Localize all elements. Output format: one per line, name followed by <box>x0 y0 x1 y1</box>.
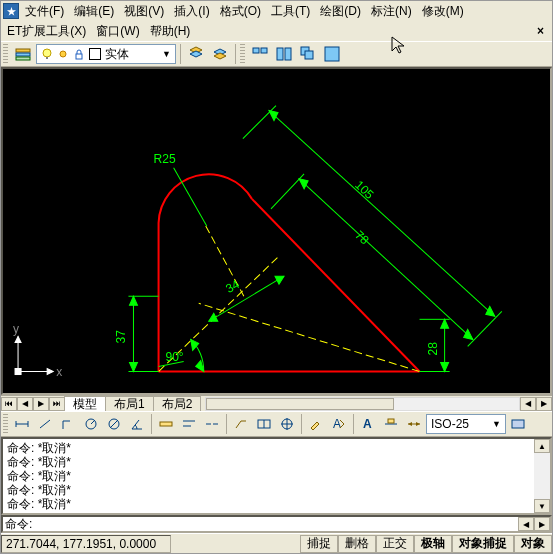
dim-r25: R25 <box>154 152 176 166</box>
svg-marker-32 <box>209 313 218 321</box>
menu-modify[interactable]: 修改(M) <box>418 1 468 22</box>
menu-format[interactable]: 格式(O) <box>216 1 265 22</box>
svg-text:A: A <box>333 417 341 431</box>
dim-diameter-button[interactable] <box>103 413 125 435</box>
status-grid[interactable]: 删格 <box>338 535 376 553</box>
dim-aligned-button[interactable] <box>34 413 56 435</box>
status-polar[interactable]: 极轴 <box>414 535 452 553</box>
svg-marker-26 <box>486 306 495 316</box>
status-coords[interactable]: 271.7044, 177.1951, 0.0000 <box>1 535 171 553</box>
dimstyle-button[interactable] <box>380 413 402 435</box>
center-mark-button[interactable] <box>276 413 298 435</box>
cascade-button[interactable] <box>297 43 319 65</box>
qleader-button[interactable] <box>230 413 252 435</box>
status-otrack[interactable]: 对象 <box>514 535 552 553</box>
drawing-canvas[interactable]: R25 105 78 34 37 28 <box>1 67 552 395</box>
menu-window[interactable]: 窗口(W) <box>92 21 143 42</box>
tab-next-button[interactable]: ▶ <box>33 397 49 411</box>
svg-line-24 <box>468 311 502 346</box>
svg-rect-73 <box>388 419 394 423</box>
doc-close-button[interactable]: × <box>531 24 550 38</box>
dim-37: 37 <box>114 330 128 344</box>
dim-ordinate-button[interactable] <box>57 413 79 435</box>
status-bar: 271.7044, 177.1951, 0.0000 捕捉 删格 正交 极轴 对… <box>1 533 552 553</box>
menu-view[interactable]: 视图(V) <box>120 1 168 22</box>
layer-states-button[interactable] <box>185 43 207 65</box>
command-input[interactable] <box>34 517 518 531</box>
dim-28: 28 <box>426 342 440 356</box>
dimtedit-button[interactable]: A <box>328 413 350 435</box>
app-icon: ★ <box>3 3 19 19</box>
dimedit-button[interactable] <box>305 413 327 435</box>
dim-34: 34 <box>223 277 242 296</box>
layer-manager-button[interactable] <box>12 43 34 65</box>
command-history[interactable]: 命令: *取消* 命令: *取消* 命令: *取消* 命令: *取消* 命令: … <box>3 439 534 513</box>
tab-layout1[interactable]: 布局1 <box>105 396 154 412</box>
svg-rect-2 <box>16 57 30 60</box>
dimension-toolbar: A A ISO-25 ▼ <box>1 411 552 437</box>
cmd-scroll-right-button[interactable]: ▶ <box>534 517 550 531</box>
layer-dropdown[interactable]: 实体 ▼ <box>36 44 176 64</box>
tile-horiz-button[interactable] <box>249 43 271 65</box>
menu-help[interactable]: 帮助(H) <box>146 21 195 42</box>
hscroll-right-button[interactable]: ▶ <box>536 397 552 411</box>
command-vscroll[interactable]: ▲ ▼ <box>534 439 550 513</box>
toolbar-grip[interactable] <box>240 44 245 64</box>
menu-et[interactable]: ET扩展工具(X) <box>3 21 90 42</box>
menu-file[interactable]: 文件(F) <box>21 1 68 22</box>
svg-rect-51 <box>15 369 21 375</box>
toolbar-grip[interactable] <box>3 44 8 64</box>
menu-draw[interactable]: 绘图(D) <box>316 1 365 22</box>
chevron-down-icon: ▼ <box>492 419 501 429</box>
menu-insert[interactable]: 插入(I) <box>170 1 213 22</box>
dim-angular-button[interactable] <box>126 413 148 435</box>
dim-baseline-button[interactable] <box>178 413 200 435</box>
tab-last-button[interactable]: ⏭ <box>49 397 65 411</box>
dim-90: 90° <box>165 350 183 364</box>
tab-first-button[interactable]: ⏮ <box>1 397 17 411</box>
svg-marker-50 <box>15 336 21 342</box>
axis-x-label: x <box>56 365 62 379</box>
dimstyle-dropdown[interactable]: ISO-25 ▼ <box>426 414 506 434</box>
svg-line-21 <box>174 168 207 226</box>
dim-override-button[interactable] <box>403 413 425 435</box>
layer-color-swatch <box>89 48 101 60</box>
tab-model[interactable]: 模型 <box>64 396 106 412</box>
status-ortho[interactable]: 正交 <box>376 535 414 553</box>
tile-vert-button[interactable] <box>273 43 295 65</box>
svg-marker-30 <box>464 329 473 339</box>
menu-tools[interactable]: 工具(T) <box>267 1 314 22</box>
menu-dim[interactable]: 标注(N) <box>367 1 416 22</box>
menubar: ★ 文件(F) 编辑(E) 视图(V) 插入(I) 格式(O) 工具(T) 绘图… <box>1 1 552 21</box>
svg-line-31 <box>209 276 284 321</box>
status-snap[interactable]: 捕捉 <box>300 535 338 553</box>
svg-marker-8 <box>190 51 202 57</box>
dim-105: 105 <box>352 178 376 202</box>
cmd-scroll-left-button[interactable]: ◀ <box>518 517 534 531</box>
svg-point-3 <box>43 49 51 57</box>
toolbar-grip[interactable] <box>3 414 8 434</box>
tab-prev-button[interactable]: ◀ <box>17 397 33 411</box>
hscroll-track[interactable] <box>205 397 520 411</box>
arrange-button[interactable] <box>321 43 343 65</box>
dim-continue-button[interactable] <box>201 413 223 435</box>
svg-rect-12 <box>261 48 267 53</box>
layers-toolbar: 实体 ▼ <box>1 41 552 67</box>
menu-edit[interactable]: 编辑(E) <box>70 1 118 22</box>
status-osnap[interactable]: 对象捕捉 <box>452 535 514 553</box>
dim-precision-button[interactable] <box>507 413 529 435</box>
svg-marker-75 <box>408 422 412 426</box>
scroll-up-button[interactable]: ▲ <box>534 439 550 453</box>
svg-rect-6 <box>76 54 82 59</box>
hscroll-left-button[interactable]: ◀ <box>520 397 536 411</box>
svg-text:A: A <box>363 417 372 431</box>
scroll-down-button[interactable]: ▼ <box>534 499 550 513</box>
svg-rect-17 <box>325 47 339 61</box>
dim-update-button[interactable]: A <box>357 413 379 435</box>
qdim-button[interactable] <box>155 413 177 435</box>
tab-layout2[interactable]: 布局2 <box>153 396 202 412</box>
dim-linear-button[interactable] <box>11 413 33 435</box>
layer-previous-button[interactable] <box>209 43 231 65</box>
dim-radius-button[interactable] <box>80 413 102 435</box>
tolerance-button[interactable] <box>253 413 275 435</box>
